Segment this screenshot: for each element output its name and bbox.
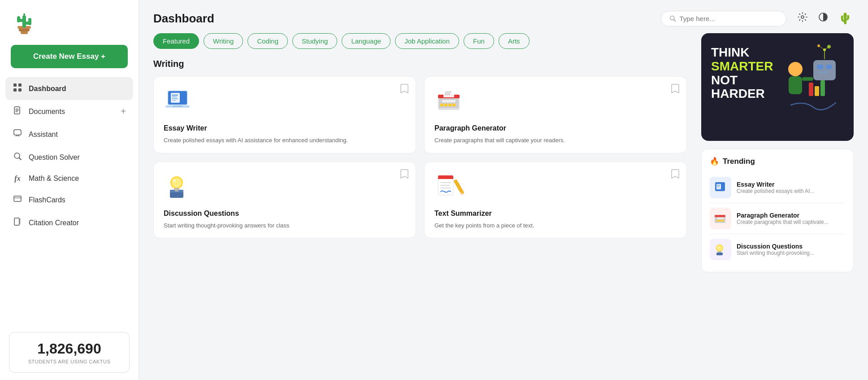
sidebar-item-assistant[interactable]: Assistant xyxy=(5,123,133,146)
trending-item-essay-writer[interactable]: Essay Writer Create polished essays with… xyxy=(710,172,845,203)
text-summarizer-title: Text Summarizer xyxy=(434,210,677,218)
essay-writer-desc: Create polished essays with AI assistanc… xyxy=(164,136,406,145)
paragraph-gen-desc: Create paragraphs that will captivate yo… xyxy=(434,136,677,145)
tab-writing[interactable]: Writing xyxy=(204,33,243,49)
search-input[interactable] xyxy=(680,15,778,22)
svg-rect-7 xyxy=(28,18,31,25)
text-summarizer-icon xyxy=(434,172,464,201)
trending-title-essay: Essay Writer xyxy=(737,181,845,188)
svg-rect-43 xyxy=(444,104,447,106)
svg-rect-90 xyxy=(716,220,719,222)
bookmark-essay-writer[interactable] xyxy=(400,84,408,96)
header: Dashboard 🌵 xyxy=(139,0,868,33)
svg-rect-64 xyxy=(453,179,464,195)
svg-point-57 xyxy=(173,179,176,182)
header-icons: 🌵 xyxy=(795,10,854,27)
create-essay-button[interactable]: Create New Essay + xyxy=(11,45,128,68)
right-panel: THINK SMARTER NOT HARDER xyxy=(701,33,854,380)
svg-rect-93 xyxy=(717,218,724,219)
tab-studying[interactable]: Studying xyxy=(292,33,337,49)
svg-rect-68 xyxy=(817,65,823,69)
svg-rect-47 xyxy=(443,90,454,97)
svg-rect-5 xyxy=(17,16,20,22)
tab-coding[interactable]: Coding xyxy=(247,33,288,49)
student-count-value: 1,826,690 xyxy=(18,341,120,357)
settings-button[interactable] xyxy=(795,10,810,27)
contrast-button[interactable] xyxy=(816,10,830,27)
main-content: Dashboard 🌵 Featured Writing C xyxy=(139,0,868,380)
trending-title: Trending xyxy=(723,157,755,166)
contrast-icon xyxy=(818,12,829,22)
trending-thumb-essay xyxy=(710,177,731,198)
sidebar-item-question-solver[interactable]: Question Solver xyxy=(5,146,133,169)
svg-rect-85 xyxy=(717,185,720,186)
bookmark-discussion[interactable] xyxy=(400,169,408,181)
sidebar-item-citation-creator[interactable]: Citation Creator xyxy=(5,211,133,234)
svg-rect-79 xyxy=(802,77,813,81)
svg-rect-78 xyxy=(789,76,802,94)
svg-rect-50 xyxy=(445,94,450,95)
sidebar-item-dashboard[interactable]: Dashboard xyxy=(5,77,133,100)
svg-rect-60 xyxy=(438,177,453,179)
avatar-button[interactable]: 🌵 xyxy=(837,11,854,26)
text-summarizer-desc: Get the key points from a piece of text. xyxy=(434,221,677,230)
svg-rect-89 xyxy=(715,215,725,217)
bookmark-paragraph-generator[interactable] xyxy=(671,84,679,96)
tab-job-application[interactable]: Job Application xyxy=(395,33,459,49)
trending-section: 🔥 Trending Essay Writer Create polished … xyxy=(701,149,854,272)
sidebar-item-flashcards[interactable]: FlashCards xyxy=(5,188,133,211)
trending-desc-essay: Create polished essays with AI... xyxy=(737,188,845,194)
svg-rect-32 xyxy=(171,93,180,103)
fire-icon: 🔥 xyxy=(710,157,719,166)
trending-thumb-paragraph xyxy=(710,208,731,229)
svg-rect-22 xyxy=(14,218,19,225)
card-paragraph-generator[interactable]: Paragraph Generator Create paragraphs th… xyxy=(424,76,687,153)
search-bar[interactable] xyxy=(661,11,786,26)
svg-rect-12 xyxy=(18,88,22,92)
flashcards-label: FlashCards xyxy=(29,196,65,204)
trending-thumb-discussion xyxy=(710,239,731,260)
svg-rect-56 xyxy=(175,190,178,192)
tab-fun[interactable]: Fun xyxy=(464,33,494,49)
tab-arts[interactable]: Arts xyxy=(499,33,529,49)
card-essay-writer[interactable]: Essay Writer Create polished essays with… xyxy=(153,76,416,153)
svg-rect-42 xyxy=(440,104,443,106)
svg-rect-11 xyxy=(13,88,17,92)
logo-area xyxy=(0,0,139,45)
svg-rect-46 xyxy=(442,100,456,102)
trending-item-discussion[interactable]: Discussion Questions Start writing thoug… xyxy=(710,234,845,265)
writing-section-title: Writing xyxy=(153,59,687,69)
center-panel: Featured Writing Coding Studying Languag… xyxy=(153,33,690,380)
promo-harder: HARDER xyxy=(711,87,773,101)
svg-rect-67 xyxy=(813,60,836,80)
essay-writer-icon xyxy=(164,87,193,116)
bookmark-text-summarizer[interactable] xyxy=(671,169,679,181)
trending-desc-paragraph: Create paragraphs that will captivate... xyxy=(737,219,845,225)
sidebar: Create New Essay + Dashboard Documents +… xyxy=(0,0,139,380)
sidebar-item-documents[interactable]: Documents + xyxy=(5,100,133,123)
sidebar-item-math-science[interactable]: fx Math & Science xyxy=(5,169,133,188)
promo-not: NOT xyxy=(711,74,773,87)
svg-rect-80 xyxy=(809,83,813,96)
svg-line-76 xyxy=(819,46,825,50)
svg-point-54 xyxy=(172,178,182,188)
documents-add-icon[interactable]: + xyxy=(121,106,126,117)
student-count-label: STUDENTS ARE USING CAKTUS xyxy=(18,359,120,364)
trending-info-essay: Essay Writer Create polished essays with… xyxy=(737,181,845,194)
svg-rect-91 xyxy=(719,220,721,222)
tab-language[interactable]: Language xyxy=(342,33,391,49)
essay-writer-title: Essay Writer xyxy=(164,124,406,132)
page-title: Dashboard xyxy=(153,12,214,26)
settings-icon xyxy=(797,12,808,22)
svg-rect-86 xyxy=(717,186,720,187)
promo-banner: THINK SMARTER NOT HARDER xyxy=(701,33,854,141)
cards-grid: Essay Writer Create polished essays with… xyxy=(153,76,687,238)
trending-item-paragraph[interactable]: Paragraph Generator Create paragraphs th… xyxy=(710,203,845,234)
tab-featured[interactable]: Featured xyxy=(153,33,199,49)
svg-rect-45 xyxy=(452,104,456,106)
card-discussion-questions[interactable]: Discussion Questions Start writing thoug… xyxy=(153,162,416,239)
svg-rect-92 xyxy=(722,220,724,222)
dashboard-label: Dashboard xyxy=(29,85,66,93)
card-text-summarizer[interactable]: Text Summarizer Get the key points from … xyxy=(424,162,687,239)
documents-icon xyxy=(13,106,22,117)
